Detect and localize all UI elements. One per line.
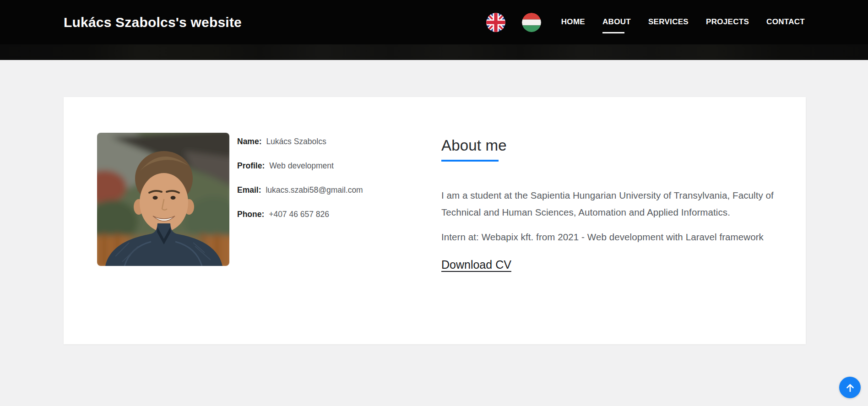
uk-flag-icon[interactable] bbox=[486, 13, 505, 32]
arrow-up-icon bbox=[845, 382, 856, 393]
about-paragraph: I am a student at the Sapientia Hungaria… bbox=[441, 187, 786, 221]
field-label: Phone: bbox=[237, 210, 264, 219]
header-bar: Lukács Szabolcs's website bbox=[0, 0, 868, 44]
profile-field-name: Name: Lukács Szabolcs bbox=[237, 136, 363, 147]
profile-field-profile: Profile: Web development bbox=[237, 161, 363, 171]
nav-item-projects[interactable]: PROJECTS bbox=[706, 17, 749, 27]
nav-item-contact[interactable]: CONTACT bbox=[766, 17, 805, 27]
main-nav: HOME ABOUT SERVICES PROJECTS CONTACT bbox=[561, 17, 805, 27]
field-value: +407 46 657 826 bbox=[269, 210, 329, 219]
field-label: Email: bbox=[237, 185, 261, 195]
header-right: HOME ABOUT SERVICES PROJECTS CONTACT bbox=[486, 13, 805, 32]
download-cv-link[interactable]: Download CV bbox=[441, 258, 511, 271]
heading-accent-underline bbox=[441, 160, 499, 162]
site-title: Lukács Szabolcs's website bbox=[64, 15, 242, 30]
field-label: Name: bbox=[237, 137, 262, 146]
field-value: lukacs.szabi58@gmail.com bbox=[266, 185, 363, 195]
field-label: Profile: bbox=[237, 161, 265, 170]
hungary-flag-icon[interactable] bbox=[522, 13, 541, 32]
about-heading: About me bbox=[441, 135, 786, 156]
scroll-to-top-button[interactable] bbox=[839, 377, 861, 398]
field-value: Lukács Szabolcs bbox=[266, 137, 326, 146]
nav-item-about[interactable]: ABOUT bbox=[602, 17, 631, 27]
nav-item-home[interactable]: HOME bbox=[561, 17, 585, 27]
profile-photo bbox=[97, 133, 229, 266]
hero-image-strip bbox=[0, 44, 868, 60]
profile-details: Name: Lukács Szabolcs Profile: Web devel… bbox=[237, 136, 363, 233]
about-section: About me I am a student at the Sapientia… bbox=[441, 135, 786, 271]
nav-item-services[interactable]: SERVICES bbox=[648, 17, 689, 27]
uk-flag-icon bbox=[486, 13, 505, 32]
field-value: Web development bbox=[269, 161, 334, 170]
hungary-flag-icon bbox=[522, 13, 541, 32]
profile-field-phone: Phone: +407 46 657 826 bbox=[237, 209, 363, 220]
profile-field-email: Email: lukacs.szabi58@gmail.com bbox=[237, 185, 363, 195]
about-card: Name: Lukács Szabolcs Profile: Web devel… bbox=[64, 97, 806, 344]
about-paragraph: Intern at: Webapix kft. from 2021 - Web … bbox=[441, 228, 786, 245]
